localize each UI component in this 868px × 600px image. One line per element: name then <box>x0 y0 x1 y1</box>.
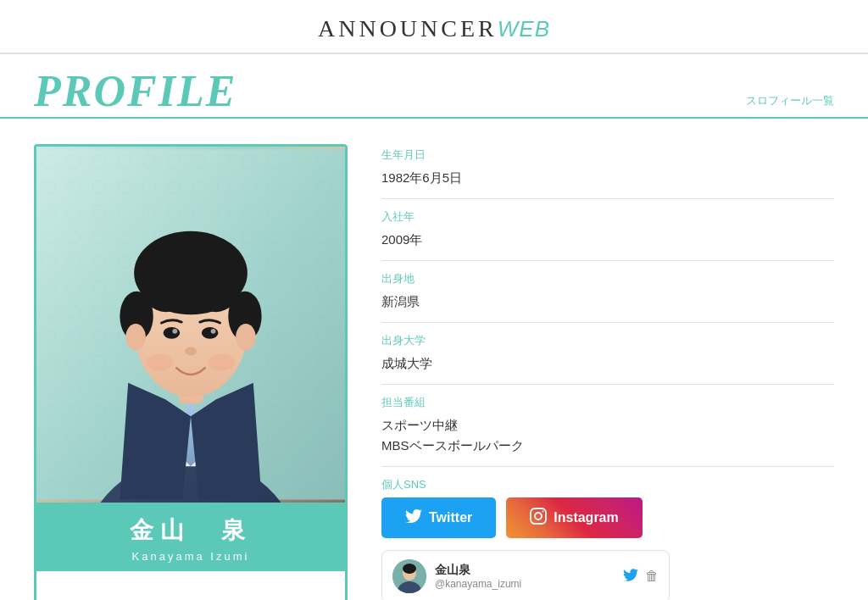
svg-point-27 <box>542 511 544 513</box>
roman-name: Kanayama Izumi <box>45 550 337 563</box>
info-row-birthplace: 出身地 新潟県 <box>381 271 834 323</box>
info-value-programs: スポーツ中継MBSベースボールパーク <box>381 415 834 456</box>
twitter-handle: @kanayama_izumi <box>435 578 615 590</box>
twitter-preview-card: 金山泉 @kanayama_izumi 🗑 <box>381 550 670 600</box>
info-row-programs: 担当番組 スポーツ中継MBSベースボールパーク <box>381 395 834 467</box>
profile-heading: Profile スロフィール一覧 <box>0 54 868 119</box>
twitter-user-info: 金山泉 @kanayama_izumi <box>435 563 615 590</box>
svg-point-22 <box>185 347 197 356</box>
svg-rect-25 <box>531 508 546 524</box>
profile-list-link[interactable]: スロフィール一覧 <box>746 93 834 108</box>
info-row-birthday: 生年月日 1982年6月5日 <box>381 147 834 199</box>
svg-point-30 <box>403 564 416 574</box>
twitter-avatar <box>392 559 426 593</box>
info-label-birthday: 生年月日 <box>381 147 834 163</box>
info-value-join-year: 2009年 <box>381 230 834 250</box>
info-value-birthplace: 新潟県 <box>381 292 834 312</box>
svg-point-21 <box>211 329 216 334</box>
info-value-birthday: 1982年6月5日 <box>381 168 834 188</box>
photo-placeholder <box>36 147 345 503</box>
info-row-university: 出身大学 成城大学 <box>381 333 834 385</box>
instagram-icon <box>530 508 547 528</box>
info-label-sns: 個人SNS <box>381 477 834 492</box>
sns-buttons: Twitter Instagram <box>381 497 834 538</box>
twitter-button-label: Twitter <box>429 510 472 525</box>
svg-point-17 <box>236 324 256 350</box>
main-content: 金山 泉 Kanayama Izumi 生年月日 1982年6月5日 入社年 2… <box>0 119 868 600</box>
twitter-bird-icon[interactable] <box>623 568 638 586</box>
logo-web: web <box>498 16 550 42</box>
logo-text: Announcer <box>318 15 498 42</box>
info-row-join-year: 入社年 2009年 <box>381 209 834 261</box>
twitter-icon <box>405 509 422 526</box>
info-label-birthplace: 出身地 <box>381 271 834 286</box>
info-value-university: 成城大学 <box>381 353 834 374</box>
twitter-button[interactable]: Twitter <box>381 497 496 538</box>
info-label-programs: 担当番組 <box>381 395 834 410</box>
person-photo-svg <box>36 147 345 503</box>
twitter-actions: 🗑 <box>623 568 659 586</box>
info-row-sns: 個人SNS Twitter <box>381 477 834 600</box>
photo-card: 金山 泉 Kanayama Izumi <box>34 144 348 600</box>
trash-icon[interactable]: 🗑 <box>645 569 659 584</box>
svg-point-19 <box>202 327 219 339</box>
info-label-university: 出身大学 <box>381 333 834 348</box>
profile-info: 生年月日 1982年6月5日 入社年 2009年 出身地 新潟県 出身大学 成城… <box>381 144 834 600</box>
site-header: Announcerweb <box>0 0 868 54</box>
svg-point-20 <box>172 329 177 334</box>
site-logo: Announcerweb <box>0 15 868 42</box>
kanji-name: 金山 泉 <box>45 514 337 547</box>
svg-point-26 <box>535 513 542 519</box>
profile-title: Profile <box>34 69 236 114</box>
photo-name-bar: 金山 泉 Kanayama Izumi <box>36 503 345 571</box>
svg-point-16 <box>125 324 146 350</box>
instagram-button[interactable]: Instagram <box>506 497 642 538</box>
svg-point-23 <box>147 353 173 370</box>
svg-point-24 <box>209 353 235 370</box>
svg-point-18 <box>164 327 181 339</box>
info-label-join-year: 入社年 <box>381 209 834 225</box>
instagram-button-label: Instagram <box>554 510 618 525</box>
twitter-display-name: 金山泉 <box>435 563 615 578</box>
